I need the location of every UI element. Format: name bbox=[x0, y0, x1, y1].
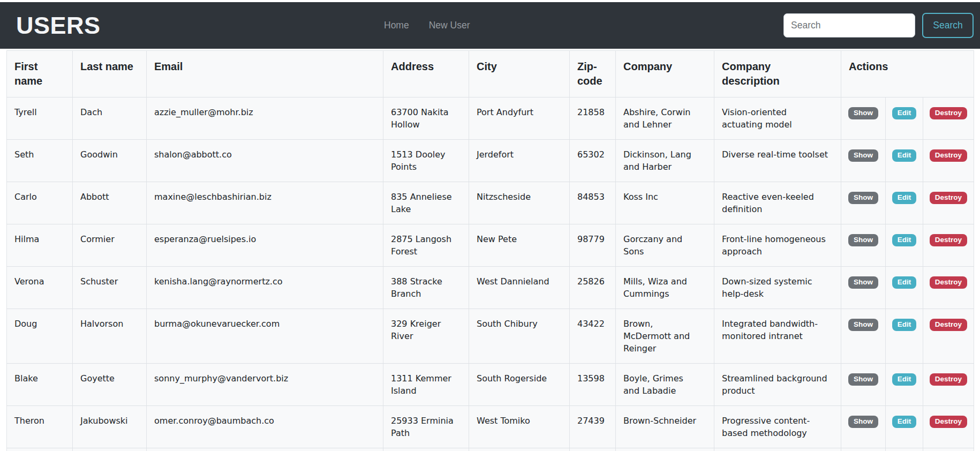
cell-city: Port Andyfurt bbox=[469, 97, 570, 140]
table-row: Hilma Cormier esperanza@ruelsipes.io 287… bbox=[7, 224, 974, 267]
cell-company: Brown-Schneider bbox=[616, 406, 714, 448]
destroy-button[interactable]: Destroy bbox=[930, 234, 967, 246]
cell-email: shalon@abbott.co bbox=[147, 140, 383, 182]
cell-company-description: Diverse real-time toolset bbox=[714, 140, 841, 182]
destroy-button[interactable]: Destroy bbox=[930, 416, 967, 428]
table-row-partial bbox=[7, 448, 974, 451]
table-row: Verona Schuster kenisha.lang@raynormertz… bbox=[7, 267, 974, 309]
cell-email: esperanza@ruelsipes.io bbox=[147, 224, 383, 267]
table-row: Seth Goodwin shalon@abbott.co 1513 Doole… bbox=[7, 140, 974, 182]
cell-company-description: Vision-oriented actuating model bbox=[714, 97, 841, 140]
table-header-row: First name Last name Email Address City … bbox=[7, 51, 974, 97]
destroy-button[interactable]: Destroy bbox=[930, 192, 967, 204]
cell-address: 2875 Langosh Forest bbox=[383, 224, 469, 267]
cell-first-name: Blake bbox=[7, 364, 73, 406]
main-nav: Home New User bbox=[384, 2, 470, 49]
cell-email: azzie_muller@mohr.biz bbox=[147, 97, 383, 140]
navbar: USERS Home New User Search bbox=[0, 2, 980, 49]
cell-company-description: Front-line homogeneous approach bbox=[714, 224, 841, 267]
cell-email: sonny_murphy@vandervort.biz bbox=[147, 364, 383, 406]
edit-button[interactable]: Edit bbox=[892, 276, 917, 289]
header-last-name: Last name bbox=[73, 51, 147, 97]
cell-company: Boyle, Grimes and Labadie bbox=[616, 364, 714, 406]
cell-address: 329 Kreiger River bbox=[383, 309, 469, 364]
show-button[interactable]: Show bbox=[848, 234, 878, 246]
cell-email: burma@okunevaruecker.com bbox=[147, 309, 383, 364]
show-button[interactable]: Show bbox=[848, 149, 878, 162]
cell-company: Abshire, Corwin and Lehner bbox=[616, 97, 714, 140]
show-button[interactable]: Show bbox=[848, 416, 878, 428]
cell-last-name: Abbott bbox=[73, 182, 147, 224]
nav-link-new-user[interactable]: New User bbox=[429, 20, 470, 31]
header-email: Email bbox=[147, 51, 383, 97]
cell-first-name: Hilma bbox=[7, 224, 73, 267]
edit-button[interactable]: Edit bbox=[892, 234, 917, 246]
show-button[interactable]: Show bbox=[848, 319, 878, 331]
cell-zip-code: 27439 bbox=[570, 406, 616, 448]
header-actions: Actions bbox=[841, 51, 974, 97]
edit-button[interactable]: Edit bbox=[892, 373, 917, 386]
cell-city: Jerdefort bbox=[469, 140, 570, 182]
cell-zip-code: 84853 bbox=[570, 182, 616, 224]
cell-company-description: Integrated bandwidth-monitored intranet bbox=[714, 309, 841, 364]
cell-email: omer.conroy@baumbach.co bbox=[147, 406, 383, 448]
edit-button[interactable]: Edit bbox=[892, 107, 917, 119]
edit-button[interactable]: Edit bbox=[892, 319, 917, 331]
cell-company-description: Reactive even-keeled definition bbox=[714, 182, 841, 224]
search-input[interactable] bbox=[783, 13, 915, 37]
cell-address: 1513 Dooley Points bbox=[383, 140, 469, 182]
cell-first-name: Carlo bbox=[7, 182, 73, 224]
show-button[interactable]: Show bbox=[848, 107, 878, 119]
header-first-name: First name bbox=[7, 51, 73, 97]
cell-company: Brown, McDermott and Reinger bbox=[616, 309, 714, 364]
header-zip-code: Zip-code bbox=[570, 51, 616, 97]
cell-last-name: Cormier bbox=[73, 224, 147, 267]
destroy-button[interactable]: Destroy bbox=[930, 107, 967, 119]
cell-address: 63700 Nakita Hollow bbox=[383, 97, 469, 140]
cell-company: Dickinson, Lang and Harber bbox=[616, 140, 714, 182]
cell-city: Nitzscheside bbox=[469, 182, 570, 224]
cell-email: maxine@leschbashirian.biz bbox=[147, 182, 383, 224]
destroy-button[interactable]: Destroy bbox=[930, 373, 967, 386]
destroy-button[interactable]: Destroy bbox=[930, 319, 967, 331]
edit-button[interactable]: Edit bbox=[892, 416, 917, 428]
cell-last-name: Dach bbox=[73, 97, 147, 140]
cell-zip-code: 25826 bbox=[570, 267, 616, 309]
nav-link-home[interactable]: Home bbox=[384, 20, 409, 31]
destroy-button[interactable]: Destroy bbox=[930, 149, 967, 162]
header-city: City bbox=[469, 51, 570, 97]
destroy-button[interactable]: Destroy bbox=[930, 276, 967, 289]
edit-button[interactable]: Edit bbox=[892, 149, 917, 162]
table-row: Tyrell Dach azzie_muller@mohr.biz 63700 … bbox=[7, 97, 974, 140]
cell-zip-code: 21858 bbox=[570, 97, 616, 140]
show-button[interactable]: Show bbox=[848, 192, 878, 204]
table-row: Blake Goyette sonny_murphy@vandervort.bi… bbox=[7, 364, 974, 406]
cell-zip-code: 13598 bbox=[570, 364, 616, 406]
app-title: USERS bbox=[16, 13, 101, 37]
cell-first-name: Tyrell bbox=[7, 97, 73, 140]
cell-last-name: Halvorson bbox=[73, 309, 147, 364]
users-table: First name Last name Email Address City … bbox=[6, 50, 974, 451]
cell-address: 25933 Erminia Path bbox=[383, 406, 469, 448]
cell-company: Koss Inc bbox=[616, 182, 714, 224]
cell-company-description: Streamlined background product bbox=[714, 364, 841, 406]
header-company-description: Company description bbox=[714, 51, 841, 97]
cell-city: South Rogerside bbox=[469, 364, 570, 406]
cell-last-name: Goodwin bbox=[73, 140, 147, 182]
cell-city: South Chibury bbox=[469, 309, 570, 364]
show-button[interactable]: Show bbox=[848, 276, 878, 289]
cell-city: New Pete bbox=[469, 224, 570, 267]
cell-first-name: Verona bbox=[7, 267, 73, 309]
cell-first-name: Seth bbox=[7, 140, 73, 182]
cell-email: kenisha.lang@raynormertz.co bbox=[147, 267, 383, 309]
show-button[interactable]: Show bbox=[848, 373, 878, 386]
search-button[interactable]: Search bbox=[922, 13, 974, 38]
edit-button[interactable]: Edit bbox=[892, 192, 917, 204]
cell-address: 835 Anneliese Lake bbox=[383, 182, 469, 224]
cell-city: West Tomiko bbox=[469, 406, 570, 448]
search-form: Search bbox=[783, 13, 974, 38]
cell-first-name: Doug bbox=[7, 309, 73, 364]
cell-address: 388 Stracke Branch bbox=[383, 267, 469, 309]
cell-last-name: Schuster bbox=[73, 267, 147, 309]
cell-first-name: Theron bbox=[7, 406, 73, 448]
